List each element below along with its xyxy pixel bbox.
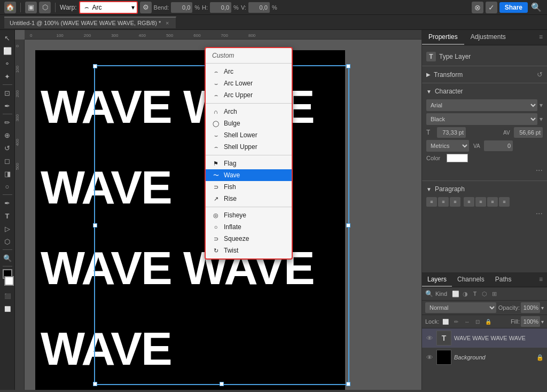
color-swatch[interactable] xyxy=(447,154,468,162)
search-button[interactable]: 🔍 xyxy=(530,1,543,14)
align-justify-center-btn[interactable]: ≡ xyxy=(475,197,486,207)
warp-item-shell-lower[interactable]: ⌣ Shell Lower xyxy=(206,129,292,141)
warp-item-wave[interactable]: 〜 Wave xyxy=(206,169,292,181)
gradient-tool[interactable]: ◨ xyxy=(2,168,13,179)
align-left-btn[interactable]: ≡ xyxy=(426,197,437,207)
tab-paths[interactable]: Paths xyxy=(490,273,517,287)
tab-layers[interactable]: Layers xyxy=(422,273,452,287)
paragraph-more[interactable]: ··· xyxy=(426,209,543,218)
blend-mode-select[interactable]: Normal xyxy=(425,302,496,313)
opacity-input[interactable] xyxy=(521,302,540,313)
layer-visibility-bg[interactable]: 👁 xyxy=(425,353,434,362)
font-family-select[interactable]: Arial xyxy=(426,99,537,111)
v-input[interactable] xyxy=(248,2,270,13)
path-select-tool[interactable]: ▷ xyxy=(2,223,13,234)
lock-all-btn[interactable]: 🔒 xyxy=(484,317,493,326)
type-tool[interactable]: T xyxy=(2,210,13,222)
font-style-select[interactable]: Black xyxy=(426,113,537,125)
stamp-tool[interactable]: ⊕ xyxy=(2,129,13,141)
panel-tab-menu-icon[interactable]: ≡ xyxy=(535,30,547,45)
transform-icon[interactable]: ⬡ xyxy=(39,2,51,13)
warp-item-fish[interactable]: ⊃ Fish xyxy=(206,181,292,193)
dodge-tool[interactable]: ○ xyxy=(2,181,13,192)
warp-settings-icon[interactable]: ⚙ xyxy=(140,2,152,13)
font-size-input[interactable] xyxy=(437,127,466,138)
warp-item-bulge[interactable]: ◯ Bulge xyxy=(206,117,292,129)
h-input[interactable] xyxy=(210,2,231,13)
warp-item-flag[interactable]: ⚑ Flag xyxy=(206,158,292,169)
layers-tab-menu-icon[interactable]: ≡ xyxy=(535,273,547,287)
background-color[interactable] xyxy=(4,276,14,286)
align-justify-all-btn[interactable]: ≡ xyxy=(499,197,510,207)
warp-dropdown-btn[interactable]: ⌢ Arc ▾ xyxy=(79,1,138,14)
tracking-input[interactable] xyxy=(514,127,543,138)
warp-item-inflate[interactable]: ○ Inflate xyxy=(206,221,292,233)
warp-item-arc-lower[interactable]: ⌣ Arc Lower xyxy=(206,77,292,89)
home-icon[interactable]: 🏠 xyxy=(4,2,16,13)
commit-warp-icon[interactable]: ✓ xyxy=(486,2,497,13)
warp-item-arc-upper[interactable]: ⌢ Arc Upper xyxy=(206,89,292,101)
align-right-btn[interactable]: ≡ xyxy=(450,197,460,207)
file-tab-close-button[interactable]: × xyxy=(164,20,170,26)
brush-tool[interactable]: ✏ xyxy=(2,116,13,128)
lock-artboard-btn[interactable]: ⊡ xyxy=(473,317,482,326)
lock-position-btn[interactable]: ↔ xyxy=(463,317,471,326)
warp-item-shell-upper[interactable]: ⌢ Shell Upper xyxy=(206,141,292,153)
bend-input[interactable] xyxy=(171,2,192,13)
handle-mr[interactable] xyxy=(346,223,350,228)
transform-header[interactable]: ▶ Transform ↺ xyxy=(422,68,547,81)
fisheye-label: Fisheye xyxy=(224,211,246,219)
marquee-icon[interactable]: ▣ xyxy=(25,2,37,13)
character-more[interactable]: ··· xyxy=(426,164,543,176)
share-button[interactable]: Share xyxy=(499,2,528,13)
filter-shape-btn[interactable]: ⬡ xyxy=(480,289,489,298)
align-justify-btn[interactable]: ≡ xyxy=(464,197,474,207)
cancel-warp-icon[interactable]: ⊗ xyxy=(472,2,483,13)
pen-tool[interactable]: ✒ xyxy=(2,197,13,209)
eyedropper-tool[interactable]: ✒ xyxy=(2,100,13,112)
layer-visibility-text[interactable]: 👁 xyxy=(425,334,434,342)
handle-br[interactable] xyxy=(346,382,350,386)
move-tool[interactable]: ↖ xyxy=(2,32,13,44)
magic-wand-tool[interactable]: ✦ xyxy=(2,70,13,82)
tab-adjustments[interactable]: Adjustments xyxy=(464,30,512,45)
fill-input[interactable] xyxy=(521,316,540,327)
filter-type-btn[interactable]: T xyxy=(471,289,479,298)
file-tab[interactable]: Untitled-1 @ 100% (WAVE WAVE WAVE WAVE, … xyxy=(4,17,176,28)
lasso-tool[interactable]: ⚬ xyxy=(2,58,13,69)
quick-mask-toggle[interactable]: ⬛ xyxy=(2,290,13,302)
layer-item-text[interactable]: 👁 T WAVE WAVE WAVE WAVE xyxy=(422,328,547,348)
align-center-btn[interactable]: ≡ xyxy=(438,197,449,207)
tab-properties[interactable]: Properties xyxy=(422,30,464,45)
shape-tool[interactable]: ⬡ xyxy=(2,236,13,247)
history-brush-tool[interactable]: ↺ xyxy=(2,142,13,154)
transform-reset-icon[interactable]: ↺ xyxy=(537,70,543,79)
filter-pixel-btn[interactable]: ⬜ xyxy=(451,289,460,298)
warp-item-squeeze[interactable]: ⊃ Squeeze xyxy=(206,233,292,245)
marquee-tool[interactable]: ⬜ xyxy=(2,45,13,57)
character-header[interactable]: ▼ Character xyxy=(422,85,547,97)
lock-pixels-btn[interactable]: ✏ xyxy=(452,317,460,326)
warp-item-rise[interactable]: ↗ Rise xyxy=(206,193,292,205)
warp-item-arc[interactable]: ⌢ Arc xyxy=(206,66,292,77)
align-justify-right-btn[interactable]: ≡ xyxy=(487,197,498,207)
filter-smart-btn[interactable]: ⊞ xyxy=(490,289,498,298)
warp-item-twist[interactable]: ↻ Twist xyxy=(206,245,292,256)
warp-item-fisheye[interactable]: ◎ Fisheye xyxy=(206,209,292,221)
font-family-dropdown-icon: ▾ xyxy=(540,101,543,109)
handle-tr[interactable] xyxy=(346,64,350,68)
paragraph-header[interactable]: ▼ Paragraph xyxy=(422,183,547,195)
kerning-input[interactable] xyxy=(484,140,513,151)
metrics-select[interactable]: Metrics xyxy=(426,140,469,152)
warp-item-arch[interactable]: ∩ Arch xyxy=(206,106,292,117)
layer-item-background[interactable]: 👁 Background 🔒 xyxy=(422,348,547,367)
eraser-tool[interactable]: ◻ xyxy=(2,155,13,167)
crop-tool[interactable]: ⊡ xyxy=(2,87,13,99)
tab-channels[interactable]: Channels xyxy=(452,273,490,287)
filter-adjustment-btn[interactable]: ◑ xyxy=(461,289,470,298)
warp-dropdown[interactable]: ⌢ Arc ▾ xyxy=(79,1,138,14)
screen-mode-toggle[interactable]: ⬜ xyxy=(2,303,13,315)
zoom-tool[interactable]: 🔍 xyxy=(2,252,13,264)
lock-transparent-btn[interactable]: ⬜ xyxy=(441,317,450,326)
opacity-label: Opacity: xyxy=(498,304,520,311)
